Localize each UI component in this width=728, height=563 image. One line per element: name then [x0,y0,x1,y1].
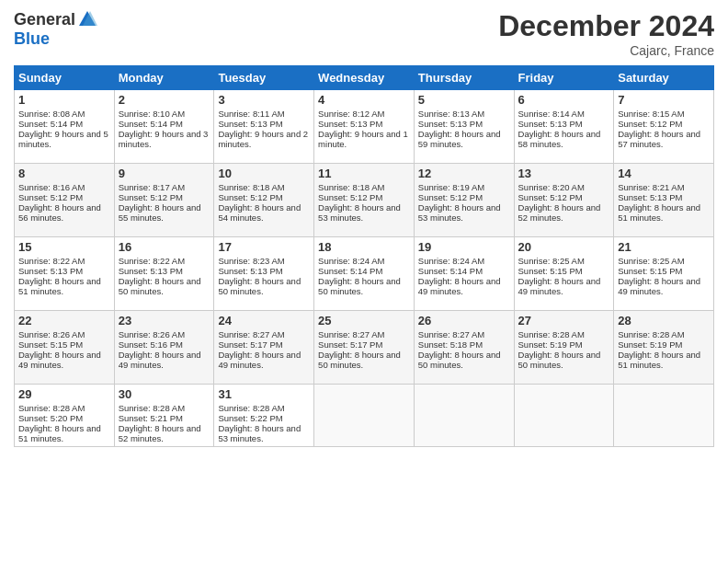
table-row: 12Sunrise: 8:19 AMSunset: 5:12 PMDayligh… [414,164,514,237]
daylight-text: Daylight: 8 hours and 49 minutes. [218,350,301,370]
sunset-text: Sunset: 5:13 PM [618,192,682,202]
sunrise-text: Sunrise: 8:19 AM [418,182,484,192]
sunrise-text: Sunrise: 8:18 AM [218,182,284,192]
table-row: 14Sunrise: 8:21 AMSunset: 5:13 PMDayligh… [614,164,714,237]
table-row: 6Sunrise: 8:14 AMSunset: 5:13 PMDaylight… [514,90,614,164]
sunrise-text: Sunrise: 8:28 AM [618,329,684,339]
col-friday: Friday [514,66,614,90]
sunset-text: Sunset: 5:13 PM [518,119,583,129]
daylight-text: Daylight: 8 hours and 52 minutes. [518,202,601,223]
day-number: 22 [18,314,110,327]
daylight-text: Daylight: 8 hours and 50 minutes. [318,350,401,370]
sunrise-text: Sunrise: 8:14 AM [518,109,585,119]
table-row [614,385,714,447]
sunrise-text: Sunrise: 8:11 AM [218,109,284,119]
table-row: 22Sunrise: 8:26 AMSunset: 5:15 PMDayligh… [15,311,115,385]
table-row [414,385,514,447]
sunset-text: Sunset: 5:17 PM [318,339,382,350]
daylight-text: Daylight: 8 hours and 50 minutes. [518,350,601,370]
table-row: 9Sunrise: 8:17 AMSunset: 5:12 PMDaylight… [114,164,214,237]
table-row: 18Sunrise: 8:24 AMSunset: 5:14 PMDayligh… [314,237,415,311]
table-row: 3Sunrise: 8:11 AMSunset: 5:13 PMDaylight… [214,90,314,164]
sunset-text: Sunset: 5:19 PM [518,339,583,350]
day-number: 2 [119,93,210,107]
daylight-text: Daylight: 8 hours and 49 minutes. [418,276,501,296]
sunrise-text: Sunrise: 8:13 AM [418,109,484,119]
sunrise-text: Sunrise: 8:27 AM [418,329,484,339]
sunrise-text: Sunrise: 8:28 AM [518,329,585,339]
day-number: 12 [418,167,510,180]
sunrise-text: Sunrise: 8:24 AM [418,256,484,266]
day-number: 20 [518,240,610,254]
sunset-text: Sunset: 5:14 PM [418,266,483,276]
sunset-text: Sunset: 5:12 PM [318,192,382,202]
daylight-text: Daylight: 8 hours and 54 minutes. [218,202,301,223]
table-row: 26Sunrise: 8:27 AMSunset: 5:18 PMDayligh… [414,311,514,385]
daylight-text: Daylight: 8 hours and 53 minutes. [418,202,501,223]
daylight-text: Daylight: 8 hours and 50 minutes. [119,276,201,296]
sunrise-text: Sunrise: 8:08 AM [18,109,85,119]
calendar-container: General Blue December 2024 Cajarc, Franc… [0,0,728,456]
day-number: 3 [218,93,310,107]
sunrise-text: Sunrise: 8:17 AM [119,182,185,192]
col-thursday: Thursday [414,66,514,90]
daylight-text: Daylight: 9 hours and 1 minute. [318,129,408,149]
table-row: 27Sunrise: 8:28 AMSunset: 5:19 PMDayligh… [514,311,614,385]
day-number: 11 [318,167,410,180]
table-row: 8Sunrise: 8:16 AMSunset: 5:12 PMDaylight… [15,164,115,237]
logo-icon [77,9,97,29]
sunset-text: Sunset: 5:18 PM [418,339,483,350]
sunrise-text: Sunrise: 8:10 AM [119,109,185,119]
daylight-text: Daylight: 8 hours and 51 minutes. [618,350,700,370]
sunset-text: Sunset: 5:12 PM [18,192,83,202]
sunset-text: Sunset: 5:20 PM [18,413,83,423]
sunrise-text: Sunrise: 8:25 AM [618,256,684,266]
location: Cajarc, France [498,43,714,58]
sunset-text: Sunset: 5:13 PM [418,119,483,129]
sunrise-text: Sunrise: 8:24 AM [318,256,384,266]
daylight-text: Daylight: 9 hours and 5 minutes. [18,129,108,149]
col-monday: Monday [114,66,214,90]
sunrise-text: Sunrise: 8:28 AM [218,403,284,413]
day-number: 16 [119,240,210,254]
table-row: 1Sunrise: 8:08 AMSunset: 5:14 PMDaylight… [15,90,115,164]
sunrise-text: Sunrise: 8:20 AM [518,182,585,192]
table-row: 25Sunrise: 8:27 AMSunset: 5:17 PMDayligh… [314,311,415,385]
table-row: 28Sunrise: 8:28 AMSunset: 5:19 PMDayligh… [614,311,714,385]
daylight-text: Daylight: 8 hours and 59 minutes. [418,129,501,149]
sunrise-text: Sunrise: 8:28 AM [119,403,185,413]
day-number: 19 [418,240,510,254]
logo: General Blue [14,9,97,49]
col-saturday: Saturday [614,66,714,90]
day-number: 21 [618,240,710,254]
table-row [314,385,415,447]
day-number: 28 [618,314,710,327]
sunset-text: Sunset: 5:22 PM [218,413,282,423]
day-number: 31 [218,387,310,401]
table-row: 16Sunrise: 8:22 AMSunset: 5:13 PMDayligh… [114,237,214,311]
day-number: 15 [18,240,110,254]
sunset-text: Sunset: 5:17 PM [218,339,282,350]
sunrise-text: Sunrise: 8:27 AM [218,329,284,339]
day-number: 6 [518,93,610,107]
daylight-text: Daylight: 8 hours and 51 minutes. [18,423,101,443]
day-number: 29 [18,387,110,401]
daylight-text: Daylight: 8 hours and 49 minutes. [618,276,700,296]
sunrise-text: Sunrise: 8:21 AM [618,182,684,192]
logo-general-text: General [14,10,75,29]
calendar-header-row: Sunday Monday Tuesday Wednesday Thursday… [15,66,714,90]
table-row [514,385,614,447]
table-row: 30Sunrise: 8:28 AMSunset: 5:21 PMDayligh… [114,385,214,447]
col-sunday: Sunday [15,66,115,90]
daylight-text: Daylight: 8 hours and 53 minutes. [318,202,401,223]
daylight-text: Daylight: 8 hours and 55 minutes. [119,202,201,223]
sunrise-text: Sunrise: 8:18 AM [318,182,384,192]
sunset-text: Sunset: 5:13 PM [119,266,183,276]
table-row: 23Sunrise: 8:26 AMSunset: 5:16 PMDayligh… [114,311,214,385]
sunset-text: Sunset: 5:15 PM [518,266,583,276]
sunset-text: Sunset: 5:14 PM [318,266,382,276]
day-number: 5 [418,93,510,107]
daylight-text: Daylight: 8 hours and 51 minutes. [18,276,101,296]
daylight-text: Daylight: 9 hours and 2 minutes. [218,129,308,149]
daylight-text: Daylight: 8 hours and 50 minutes. [318,276,401,296]
